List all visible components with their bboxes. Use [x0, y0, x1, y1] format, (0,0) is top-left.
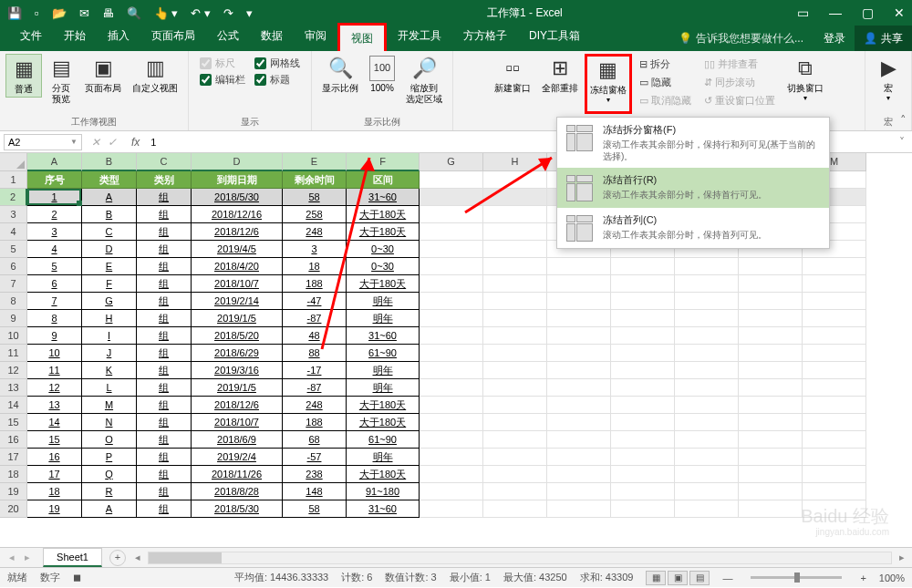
- col-header-C[interactable]: C: [137, 153, 192, 171]
- cell[interactable]: [803, 345, 866, 362]
- cell[interactable]: 258: [283, 206, 347, 223]
- cell[interactable]: [675, 431, 739, 449]
- cell[interactable]: N: [82, 414, 137, 431]
- cell[interactable]: [483, 189, 547, 206]
- cell[interactable]: [611, 449, 675, 466]
- view-pagebreak-icon[interactable]: ▤: [689, 571, 710, 585]
- cell[interactable]: [483, 414, 547, 431]
- cell[interactable]: 4: [27, 241, 82, 258]
- cell[interactable]: A: [82, 500, 137, 518]
- col-header-H[interactable]: H: [483, 153, 547, 171]
- cell[interactable]: [739, 327, 803, 345]
- cell[interactable]: 248: [283, 397, 347, 414]
- cell[interactable]: 序号: [27, 171, 82, 189]
- cell[interactable]: 明年: [347, 310, 420, 327]
- cell[interactable]: 组: [137, 327, 192, 345]
- view-normal-icon[interactable]: ▦: [646, 571, 666, 585]
- cell[interactable]: [483, 310, 547, 327]
- ribbon-options-icon[interactable]: ▭: [797, 5, 809, 20]
- cell[interactable]: I: [82, 327, 137, 345]
- cell[interactable]: 31~60: [347, 189, 420, 206]
- cell[interactable]: 组: [137, 189, 192, 206]
- row-header-5[interactable]: 5: [0, 241, 27, 258]
- cell[interactable]: [420, 258, 483, 275]
- cell[interactable]: [739, 379, 803, 397]
- cell[interactable]: [803, 379, 866, 397]
- cell[interactable]: [675, 500, 739, 518]
- cell[interactable]: [483, 258, 547, 275]
- cell[interactable]: 2018/5/20: [192, 327, 283, 345]
- cell[interactable]: 剩余时间: [283, 171, 347, 189]
- preview-icon[interactable]: 🔍: [127, 6, 141, 20]
- menubar-tab-1[interactable]: 开始: [53, 23, 97, 55]
- menubar-tab-4[interactable]: 公式: [206, 23, 250, 55]
- cell[interactable]: 2019/2/4: [192, 449, 283, 466]
- cell[interactable]: 10: [27, 345, 82, 362]
- menubar-tab-10[interactable]: DIY工具箱: [518, 23, 591, 55]
- cell[interactable]: 1: [27, 189, 82, 206]
- zoom-level[interactable]: 100%: [879, 573, 905, 583]
- cell[interactable]: 大于180天: [347, 275, 420, 293]
- cell[interactable]: [739, 500, 803, 518]
- row-header-16[interactable]: 16: [0, 431, 27, 449]
- cell[interactable]: [483, 431, 547, 449]
- cell[interactable]: [547, 483, 611, 500]
- cell[interactable]: 2018/8/28: [192, 483, 283, 500]
- horizontal-scrollbar[interactable]: [148, 552, 892, 564]
- cell[interactable]: [611, 258, 675, 275]
- cell[interactable]: 18: [283, 258, 347, 275]
- cell[interactable]: [547, 379, 611, 397]
- cell[interactable]: [803, 327, 866, 345]
- row-header-8[interactable]: 8: [0, 293, 27, 310]
- cell[interactable]: 到期日期: [192, 171, 283, 189]
- touch-icon[interactable]: 👆 ▾: [154, 6, 179, 20]
- cell[interactable]: 12: [27, 379, 82, 397]
- cell[interactable]: 9: [27, 327, 82, 345]
- cell[interactable]: 3: [283, 241, 347, 258]
- zoom-slider[interactable]: [751, 576, 842, 579]
- cell[interactable]: [420, 206, 483, 223]
- cell[interactable]: [483, 379, 547, 397]
- cell[interactable]: 大于180天: [347, 206, 420, 223]
- cell[interactable]: [483, 327, 547, 345]
- cell[interactable]: 8: [27, 310, 82, 327]
- menubar-tab-2[interactable]: 插入: [97, 23, 140, 55]
- cell[interactable]: [483, 223, 547, 241]
- cell[interactable]: [739, 431, 803, 449]
- row-header-4[interactable]: 4: [0, 223, 27, 241]
- quickprint-icon[interactable]: 🖶: [102, 6, 114, 20]
- cell[interactable]: 148: [283, 483, 347, 500]
- open-icon[interactable]: 📂: [52, 6, 67, 20]
- cell[interactable]: [483, 397, 547, 414]
- cell[interactable]: [739, 397, 803, 414]
- cell[interactable]: 2019/4/5: [192, 241, 283, 258]
- page-layout-button[interactable]: ▣页面布局: [80, 54, 126, 96]
- cell[interactable]: 16: [27, 449, 82, 466]
- minimize-icon[interactable]: —: [829, 5, 842, 20]
- col-header-G[interactable]: G: [420, 153, 483, 171]
- cell[interactable]: [611, 293, 675, 310]
- row-header-9[interactable]: 9: [0, 310, 27, 327]
- cell[interactable]: [675, 327, 739, 345]
- cell[interactable]: [420, 310, 483, 327]
- col-header-E[interactable]: E: [283, 153, 347, 171]
- col-header-F[interactable]: F: [347, 153, 420, 171]
- hscroll-left-icon[interactable]: ◂: [135, 552, 140, 563]
- row-header-14[interactable]: 14: [0, 397, 27, 414]
- cell[interactable]: [803, 466, 866, 483]
- view-pagelayout-icon[interactable]: ▣: [668, 571, 688, 585]
- freeze-menu-item-2[interactable]: 冻结首列(C) 滚动工作表其余部分时，保持首列可见。: [557, 208, 829, 248]
- cell[interactable]: [611, 379, 675, 397]
- mail-icon[interactable]: ✉: [79, 6, 89, 20]
- cell[interactable]: 2019/1/5: [192, 379, 283, 397]
- menubar-tab-6[interactable]: 审阅: [294, 23, 337, 55]
- show-check-1[interactable]: 网格线: [254, 57, 300, 70]
- cell[interactable]: [547, 414, 611, 431]
- cell[interactable]: 2018/5/30: [192, 189, 283, 206]
- new-icon[interactable]: ▫: [35, 6, 39, 20]
- row-header-12[interactable]: 12: [0, 362, 27, 379]
- cell[interactable]: [803, 431, 866, 449]
- page-break-button[interactable]: ▤分页 预览: [44, 54, 78, 107]
- cell[interactable]: 2: [27, 206, 82, 223]
- cell[interactable]: D: [82, 241, 137, 258]
